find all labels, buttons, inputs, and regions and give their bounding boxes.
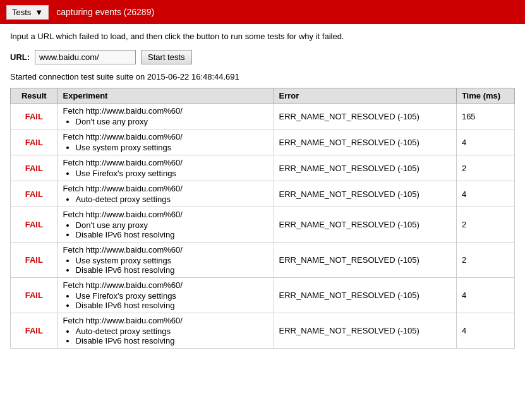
col-error: Error bbox=[274, 88, 456, 104]
result-cell: FAIL bbox=[11, 181, 58, 207]
suite-started-text: Started connection test suite suite on 2… bbox=[10, 72, 515, 81]
experiment-item: Use system proxy settings bbox=[76, 143, 269, 152]
table-row: FAILFetch http://www.baidu.com%60/Don't … bbox=[11, 104, 515, 129]
table-body: FAILFetch http://www.baidu.com%60/Don't … bbox=[11, 104, 515, 349]
experiment-item: Don't use any proxy bbox=[76, 117, 269, 126]
col-experiment: Experiment bbox=[57, 88, 274, 104]
experiment-cell: Fetch http://www.baidu.com%60/Use Firefo… bbox=[57, 278, 274, 313]
experiment-item: Use system proxy settings bbox=[76, 256, 269, 265]
main-content: Input a URL which failed to load, and th… bbox=[0, 24, 525, 356]
table-row: FAILFetch http://www.baidu.com%60/Auto-d… bbox=[11, 181, 515, 207]
experiment-title: Fetch http://www.baidu.com%60/ bbox=[63, 106, 269, 116]
experiment-item: Disable IPv6 host resolving bbox=[76, 265, 269, 275]
experiment-item: Disable IPv6 host resolving bbox=[76, 230, 269, 239]
experiment-item: Auto-detect proxy settings bbox=[76, 327, 269, 336]
time-cell: 4 bbox=[456, 313, 514, 349]
experiment-title: Fetch http://www.baidu.com%60/ bbox=[63, 245, 269, 255]
experiment-cell: Fetch http://www.baidu.com%60/Auto-detec… bbox=[57, 313, 274, 349]
experiment-item: Disable IPv6 host resolving bbox=[76, 336, 269, 345]
result-cell: FAIL bbox=[11, 243, 58, 278]
error-cell: ERR_NAME_NOT_RESOLVED (-105) bbox=[274, 207, 456, 243]
experiment-cell: Fetch http://www.baidu.com%60/Use system… bbox=[57, 129, 274, 155]
table-row: FAILFetch http://www.baidu.com%60/Use Fi… bbox=[11, 155, 515, 181]
time-cell: 2 bbox=[456, 207, 514, 243]
url-row: URL: Start tests bbox=[10, 50, 515, 64]
time-cell: 4 bbox=[456, 278, 514, 313]
experiment-title: Fetch http://www.baidu.com%60/ bbox=[63, 158, 269, 167]
experiment-cell: Fetch http://www.baidu.com%60/Use system… bbox=[57, 243, 274, 278]
error-cell: ERR_NAME_NOT_RESOLVED (-105) bbox=[274, 278, 456, 313]
experiment-item: Auto-detect proxy settings bbox=[76, 195, 269, 204]
start-tests-button[interactable]: Start tests bbox=[141, 50, 192, 64]
error-cell: ERR_NAME_NOT_RESOLVED (-105) bbox=[274, 129, 456, 155]
tests-dropdown[interactable]: Tests ▼ bbox=[6, 5, 49, 20]
error-cell: ERR_NAME_NOT_RESOLVED (-105) bbox=[274, 313, 456, 349]
time-cell: 2 bbox=[456, 243, 514, 278]
table-row: FAILFetch http://www.baidu.com%60/Use sy… bbox=[11, 243, 515, 278]
tests-dropdown-label: Tests bbox=[12, 8, 31, 17]
col-time: Time (ms) bbox=[456, 88, 514, 104]
experiment-item: Disable IPv6 host resolving bbox=[76, 301, 269, 310]
table-row: FAILFetch http://www.baidu.com%60/Don't … bbox=[11, 207, 515, 243]
experiment-cell: Fetch http://www.baidu.com%60/Auto-detec… bbox=[57, 181, 274, 207]
result-cell: FAIL bbox=[11, 313, 58, 349]
table-row: FAILFetch http://www.baidu.com%60/Use Fi… bbox=[11, 278, 515, 313]
result-cell: FAIL bbox=[11, 207, 58, 243]
experiment-cell: Fetch http://www.baidu.com%60/Don't use … bbox=[57, 104, 274, 129]
experiment-item: Use Firefox's proxy settings bbox=[76, 169, 269, 178]
table-row: FAILFetch http://www.baidu.com%60/Auto-d… bbox=[11, 313, 515, 349]
result-cell: FAIL bbox=[11, 155, 58, 181]
experiment-title: Fetch http://www.baidu.com%60/ bbox=[63, 316, 269, 325]
table-header-row: Result Experiment Error Time (ms) bbox=[11, 88, 515, 104]
experiment-item: Use Firefox's proxy settings bbox=[76, 291, 269, 301]
experiment-title: Fetch http://www.baidu.com%60/ bbox=[63, 184, 269, 193]
experiment-cell: Fetch http://www.baidu.com%60/Use Firefo… bbox=[57, 155, 274, 181]
time-cell: 4 bbox=[456, 181, 514, 207]
result-cell: FAIL bbox=[11, 129, 58, 155]
experiment-item: Don't use any proxy bbox=[76, 220, 269, 230]
app-header: Tests ▼ capturing events (26289) bbox=[0, 0, 525, 24]
error-cell: ERR_NAME_NOT_RESOLVED (-105) bbox=[274, 155, 456, 181]
dropdown-arrow-icon: ▼ bbox=[35, 8, 43, 17]
result-cell: FAIL bbox=[11, 278, 58, 313]
experiment-title: Fetch http://www.baidu.com%60/ bbox=[63, 132, 269, 141]
error-cell: ERR_NAME_NOT_RESOLVED (-105) bbox=[274, 243, 456, 278]
error-cell: ERR_NAME_NOT_RESOLVED (-105) bbox=[274, 181, 456, 207]
experiment-title: Fetch http://www.baidu.com%60/ bbox=[63, 210, 269, 219]
url-label: URL: bbox=[10, 52, 30, 62]
time-cell: 165 bbox=[456, 104, 514, 129]
experiment-title: Fetch http://www.baidu.com%60/ bbox=[63, 280, 269, 290]
results-table: Result Experiment Error Time (ms) FAILFe… bbox=[10, 88, 515, 349]
table-row: FAILFetch http://www.baidu.com%60/Use sy… bbox=[11, 129, 515, 155]
capturing-events-text: capturing events (26289) bbox=[56, 7, 154, 17]
description-text: Input a URL which failed to load, and th… bbox=[10, 32, 515, 41]
time-cell: 4 bbox=[456, 129, 514, 155]
experiment-cell: Fetch http://www.baidu.com%60/Don't use … bbox=[57, 207, 274, 243]
col-result: Result bbox=[11, 88, 58, 104]
url-input[interactable] bbox=[35, 50, 136, 64]
error-cell: ERR_NAME_NOT_RESOLVED (-105) bbox=[274, 104, 456, 129]
result-cell: FAIL bbox=[11, 104, 58, 129]
time-cell: 2 bbox=[456, 155, 514, 181]
